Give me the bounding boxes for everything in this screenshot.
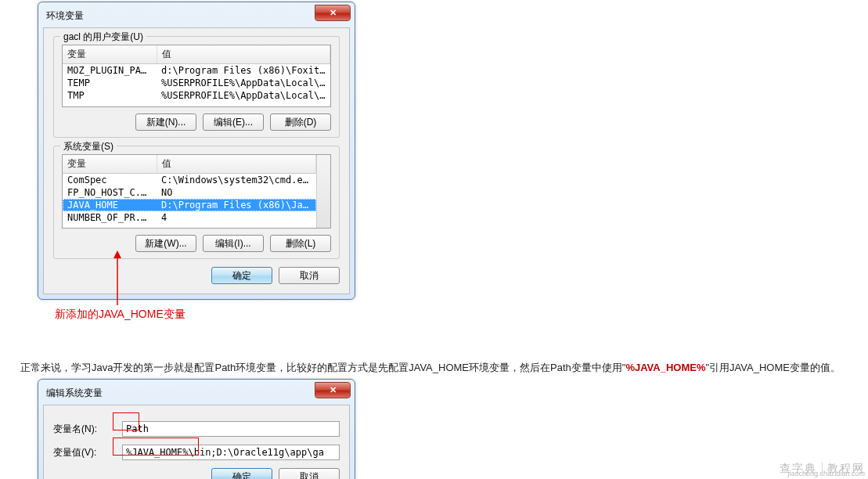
env-vars-dialog: 环境变量 ✕ gacl 的用户变量(U) 变量 值 MOZ_PLUGIN_PAT… [38,2,355,300]
close-button[interactable]: ✕ [315,5,351,21]
edit-sysvar-title: 编辑系统变量 [46,387,103,400]
article-post: "引用JAVA_HOME变量的值。 [705,362,840,373]
sys-vars-legend: 系统变量(S) [60,140,117,153]
article-pre: 正常来说，学习Java开发的第一步就是配置Path环境变量，比较好的配置方式是先… [20,362,625,373]
column-header-val[interactable]: 值 [157,45,330,63]
scrollbar[interactable] [316,155,330,228]
cancel-button[interactable]: 取消 [279,267,340,284]
article-highlight: %JAVA_HOME% [625,362,705,373]
sys-vars-list[interactable]: 变量 值 ComSpec C:\Windows\system32\cmd.exe… [62,154,331,229]
user-edit-button[interactable]: 编辑(E)... [203,113,264,131]
user-vars-legend: gacl 的用户变量(U) [60,31,146,44]
list-item-selected[interactable]: JAVA_HOME D:\Program Files (x86)\Java\jd… [63,199,316,211]
var-value-input[interactable] [122,445,340,460]
user-vars-group: gacl 的用户变量(U) 变量 值 MOZ_PLUGIN_PATH d:\Pr… [53,36,340,138]
close-icon: ✕ [330,385,337,395]
close-button[interactable]: ✕ [315,382,351,398]
env-vars-title: 环境变量 [46,9,84,23]
list-item[interactable]: TEMP %USERPROFILE%\AppData\Local\Temp [63,77,330,89]
watermark-c: jiaocheng.chazidian.com [787,470,865,477]
user-vars-rows: MOZ_PLUGIN_PATH d:\Program Files (x86)\F… [63,64,330,102]
sys-new-button[interactable]: 新建(W)... [135,235,196,252]
user-vars-buttons: 新建(N)... 编辑(E)... 删除(D) [62,113,331,131]
user-vars-list[interactable]: 变量 值 MOZ_PLUGIN_PATH d:\Program Files (x… [62,45,331,107]
list-item[interactable]: FP_NO_HOST_C... NO [63,186,316,199]
column-header-val[interactable]: 值 [157,155,316,173]
annotation-java-home: 新添加的JAVA_HOME变量 [55,308,185,322]
sys-vars-rows: ComSpec C:\Windows\system32\cmd.exe FP_N… [63,174,316,224]
user-vars-header: 变量 值 [63,45,330,64]
column-header-var[interactable]: 变量 [63,45,157,63]
list-item[interactable]: MOZ_PLUGIN_PATH d:\Program Files (x86)\F… [63,64,330,77]
var-value-label: 变量值(V): [53,446,122,459]
list-item[interactable]: ComSpec C:\Windows\system32\cmd.exe [63,174,316,186]
sys-edit-button[interactable]: 编辑(I)... [203,235,264,252]
edit-sysvar-footer: 确定 取消 [53,468,340,479]
var-name-input[interactable] [122,421,340,437]
sys-del-button[interactable]: 删除(L) [270,235,331,252]
env-vars-footer: 确定 取消 [53,267,340,284]
user-del-button[interactable]: 删除(D) [270,113,331,131]
env-vars-body: gacl 的用户变量(U) 变量 值 MOZ_PLUGIN_PATH d:\Pr… [43,27,350,294]
edit-sysvar-titlebar: 编辑系统变量 ✕ [43,384,350,405]
watermark: 查字典 教程网 jiaocheng.chazidian.com [780,462,865,476]
list-item[interactable]: NUMBER_OF_PR... 4 [63,211,316,224]
ok-button[interactable]: 确定 [211,267,272,284]
sys-vars-header: 变量 值 [63,155,316,174]
var-value-row: 变量值(V): [53,445,340,460]
user-new-button[interactable]: 新建(N)... [135,113,196,131]
env-vars-titlebar: 环境变量 ✕ [43,7,350,27]
sys-vars-group: 系统变量(S) 变量 值 ComSpec C:\Windows\system32… [53,146,340,259]
cancel-button[interactable]: 取消 [279,468,340,479]
edit-sysvar-body: 变量名(N): 变量值(V): 确定 取消 [43,405,350,479]
article-paragraph: 正常来说，学习Java开发的第一步就是配置Path环境变量，比较好的配置方式是先… [20,361,841,375]
var-name-label: 变量名(N): [53,423,122,436]
list-item[interactable]: TMP %USERPROFILE%\AppData\Local\Temp [63,89,330,102]
var-name-row: 变量名(N): [53,421,340,437]
close-icon: ✕ [330,8,337,18]
column-header-var[interactable]: 变量 [63,155,157,173]
ok-button[interactable]: 确定 [211,468,272,479]
edit-sysvar-dialog: 编辑系统变量 ✕ 变量名(N): 变量值(V): 确定 取消 [38,379,355,479]
sys-vars-buttons: 新建(W)... 编辑(I)... 删除(L) [62,235,331,252]
